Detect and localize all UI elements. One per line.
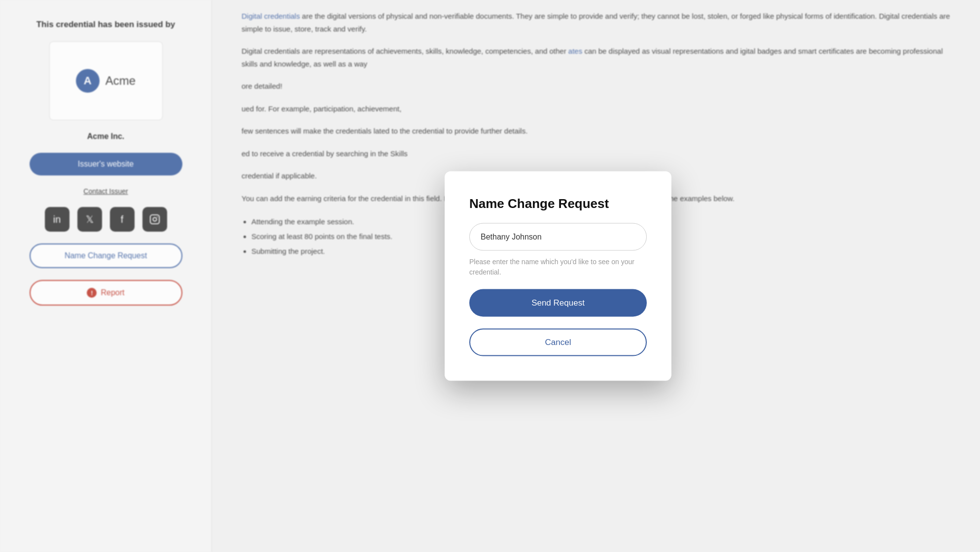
ates-link[interactable]: ates: [568, 47, 582, 55]
cancel-button[interactable]: Cancel: [469, 329, 647, 356]
social-icons-group: in 𝕏 f: [45, 207, 167, 232]
sidebar: This credential has been issued by A Acm…: [0, 0, 212, 552]
contact-issuer-link[interactable]: Contact Issuer: [83, 187, 128, 195]
acme-logo-icon: A: [76, 69, 100, 93]
facebook-icon[interactable]: f: [110, 207, 135, 232]
svg-point-1: [153, 217, 156, 221]
acme-name-text: Acme: [105, 74, 136, 88]
instagram-icon[interactable]: [142, 207, 167, 232]
svg-rect-0: [150, 215, 159, 224]
name-change-modal: Name Change Request Please enter the nam…: [445, 172, 671, 381]
paragraph-4: ued for. For example, participation, ach…: [242, 103, 950, 115]
paragraph-6: ed to receive a credential by searching …: [242, 147, 950, 160]
svg-point-2: [157, 216, 158, 217]
issuer-website-button[interactable]: Issuer's website: [30, 153, 182, 175]
twitter-icon[interactable]: 𝕏: [77, 207, 102, 232]
digital-credentials-link[interactable]: Digital credentials: [242, 12, 300, 20]
paragraph-3: ore detailed!: [242, 80, 950, 93]
paragraph-2: Digital credentials are representations …: [242, 45, 950, 70]
report-button[interactable]: ! Report: [30, 280, 182, 306]
linkedin-icon[interactable]: in: [45, 207, 70, 232]
paragraph-1: Digital credentials are the digital vers…: [242, 10, 950, 35]
issuer-logo-box: A Acme: [49, 41, 163, 120]
send-request-button[interactable]: Send Request: [469, 289, 647, 317]
modal-title: Name Change Request: [469, 196, 647, 211]
issuer-header: This credential has been issued by: [36, 20, 175, 30]
report-icon: !: [87, 288, 97, 298]
modal-hint: Please enter the name which you'd like t…: [469, 257, 647, 277]
issuer-label: Acme Inc.: [87, 132, 125, 141]
name-change-request-button[interactable]: Name Change Request: [30, 243, 182, 268]
paragraph-5: few sentences will make the credentials …: [242, 125, 950, 138]
name-input[interactable]: [469, 223, 647, 251]
